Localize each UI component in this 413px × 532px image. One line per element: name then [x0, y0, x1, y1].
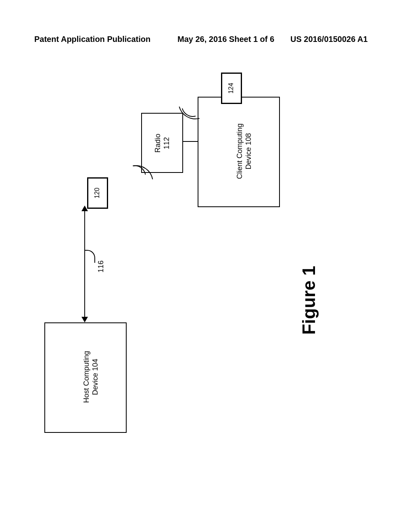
client-box-line1: Client Computing [235, 115, 244, 187]
radio-box-line1: Radio [153, 125, 163, 161]
arrow-icon [81, 317, 88, 322]
radio-box: Radio 112 [141, 113, 183, 173]
client-computing-device-box: Client Computing Device 108 [198, 97, 280, 207]
client-box-line2: Device 108 [244, 115, 253, 187]
radio-box-line2: 112 [162, 125, 171, 161]
header-mid: May 26, 2016 Sheet 1 of 6 [177, 35, 274, 44]
ref-116-label: 116 [96, 258, 106, 274]
client-radio-stub [181, 141, 198, 142]
leader-116 [85, 250, 95, 263]
ref-120-label: 120 [93, 181, 101, 205]
ref-120-box: 120 [87, 177, 108, 209]
figure-caption: Figure 1 [299, 266, 319, 335]
ref-124-box: 124 [221, 73, 242, 104]
host-box-line1: Host Computing [82, 341, 91, 413]
connection-116 [84, 211, 85, 317]
host-computing-device-box: Host Computing Device 104 [44, 322, 127, 433]
page: Patent Application Publication May 26, 2… [0, 0, 413, 532]
header-right: US 2016/0150026 A1 [290, 35, 368, 44]
figure-1-diagram: Host Computing Device 104 Client Computi… [44, 73, 367, 435]
ref-124-label: 124 [227, 76, 235, 100]
header-left: Patent Application Publication [34, 35, 150, 44]
host-box-line2: Device 104 [91, 341, 100, 413]
